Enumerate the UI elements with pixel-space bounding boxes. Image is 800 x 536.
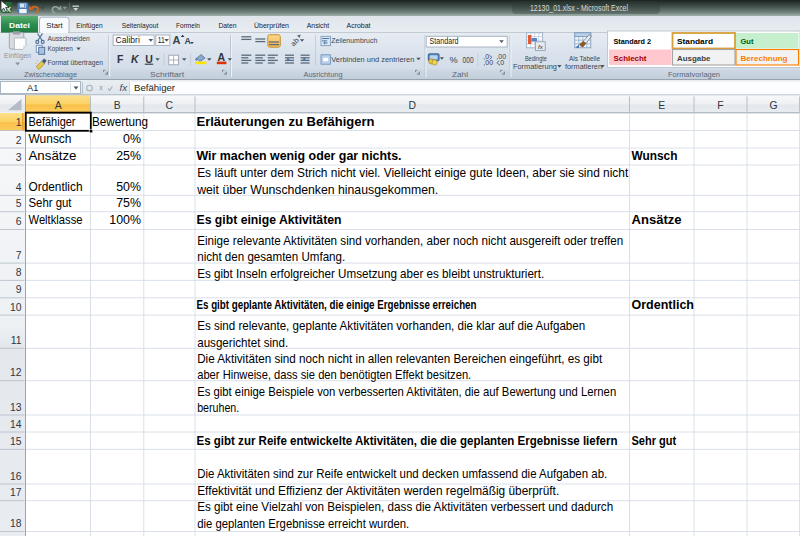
svg-text:50%: 50% — [116, 180, 141, 194]
svg-text:Datei: Datei — [9, 21, 30, 30]
svg-text:Zeilenumbruch: Zeilenumbruch — [331, 36, 377, 45]
svg-text:%: % — [450, 55, 458, 65]
svg-text:Start: Start — [46, 21, 63, 30]
svg-text:5: 5 — [16, 198, 22, 209]
svg-text:Sehr gut: Sehr gut — [29, 196, 73, 210]
svg-text:Es sind relevante, geplante Ak: Es sind relevante, geplante Aktivitäten … — [197, 319, 585, 333]
svg-text:Befähiger: Befähiger — [134, 82, 176, 93]
svg-text:A: A — [55, 100, 62, 111]
svg-text:Die Aktivitäten sind zur Reife: Die Aktivitäten sind zur Reife entwickel… — [197, 467, 607, 481]
svg-text:A: A — [185, 36, 192, 46]
svg-text:E: E — [658, 100, 665, 111]
svg-text:aber Hinweise, dass sie den be: aber Hinweise, dass sie den benötigten E… — [197, 368, 471, 382]
svg-text:14: 14 — [10, 419, 22, 430]
svg-text:Daten: Daten — [219, 21, 237, 30]
svg-text:15: 15 — [10, 436, 22, 447]
svg-text:fx: fx — [120, 82, 129, 93]
svg-text:Erläuterungen zu Befähigern: Erläuterungen zu Befähigern — [197, 115, 375, 129]
svg-text:Calibri: Calibri — [116, 35, 140, 45]
svg-text:Standard: Standard — [677, 37, 713, 46]
svg-text:die geplanten Ergebnisse errei: die geplanten Ergebnisse erreicht wurden… — [197, 517, 409, 531]
svg-text:Es gibt zur Reife entwickelte: Es gibt zur Reife entwickelte Aktivitäte… — [197, 434, 618, 448]
svg-text:Bewertung: Bewertung — [92, 115, 148, 129]
svg-text:Schriftart: Schriftart — [150, 70, 185, 79]
svg-text:1: 1 — [16, 117, 22, 128]
svg-text:formatieren: formatieren — [565, 62, 602, 71]
svg-text:C: C — [166, 100, 174, 111]
svg-text:Effektivität und Effizienz der: Effektivität und Effizienz der Aktivität… — [197, 484, 559, 498]
svg-text:4: 4 — [16, 182, 22, 193]
svg-text:,00: ,00 — [483, 59, 493, 66]
svg-text:6: 6 — [16, 216, 22, 227]
svg-text:,0: ,0 — [498, 59, 504, 66]
svg-text:Ausrichtung: Ausrichtung — [304, 70, 343, 79]
svg-text:Gut: Gut — [741, 37, 754, 46]
svg-text:Formatvorlagen: Formatvorlagen — [668, 70, 720, 79]
svg-text:Es gibt Inseln erfolgreicher U: Es gibt Inseln erfolgreicher Umsetzung a… — [197, 267, 544, 281]
svg-text:100%: 100% — [109, 213, 141, 227]
svg-text:Standard: Standard — [430, 36, 459, 46]
svg-text:25%: 25% — [116, 149, 141, 163]
svg-text:11: 11 — [11, 335, 22, 346]
svg-text:Einfügen: Einfügen — [76, 21, 103, 30]
svg-text:Seitenlayout: Seitenlayout — [122, 21, 159, 30]
svg-text:U: U — [145, 53, 153, 65]
svg-text:Ausgabe: Ausgabe — [677, 54, 711, 63]
svg-text:11: 11 — [158, 35, 165, 45]
svg-text:3: 3 — [16, 152, 22, 163]
svg-text:Ansicht: Ansicht — [307, 21, 330, 30]
svg-text:Überprüfen: Überprüfen — [254, 21, 289, 30]
svg-text:75%: 75% — [116, 196, 141, 210]
svg-text:Acrobat: Acrobat — [347, 21, 372, 30]
svg-text:weit über Wunschdenken hinausg: weit über Wunschdenken hinausgekommen. — [196, 183, 438, 197]
svg-text:Zwischenablage: Zwischenablage — [24, 70, 77, 79]
svg-text:Wunsch: Wunsch — [29, 132, 72, 146]
svg-text:16: 16 — [10, 471, 22, 482]
svg-text:Es gibt einige Aktivitäten: Es gibt einige Aktivitäten — [197, 213, 342, 227]
svg-text:Ansätze: Ansätze — [29, 149, 77, 163]
svg-text:9: 9 — [16, 284, 22, 295]
svg-text:Sehr gut: Sehr gut — [632, 434, 677, 448]
svg-text:000: 000 — [463, 55, 474, 65]
svg-text:Es gibt eine Vielzahl von Beis: Es gibt eine Vielzahl von Beispielen, da… — [197, 500, 613, 514]
svg-text:Wunsch: Wunsch — [632, 149, 678, 163]
svg-text:nicht den gesamten Umfang.: nicht den gesamten Umfang. — [197, 250, 345, 264]
svg-text:Wir machen wenig oder gar nich: Wir machen wenig oder gar nichts. — [197, 149, 402, 163]
svg-text:Kopieren: Kopieren — [47, 44, 73, 53]
svg-text:7: 7 — [16, 250, 22, 261]
svg-text:Es gibt geplante Aktivitäten,: Es gibt geplante Aktivitäten, die einige… — [197, 298, 477, 312]
svg-text:Schlecht: Schlecht — [614, 54, 647, 63]
svg-text:Zahl: Zahl — [452, 70, 468, 79]
svg-text:B: B — [114, 100, 121, 111]
svg-text:Einige relevante Aktivitäten s: Einige relevante Aktivitäten sind vorhan… — [197, 234, 623, 248]
svg-text:Ordentlich: Ordentlich — [29, 180, 83, 194]
svg-text:ausgerichtet sind.: ausgerichtet sind. — [197, 336, 288, 350]
svg-text:Formeln: Formeln — [176, 21, 200, 30]
svg-text:beruhen.: beruhen. — [197, 401, 239, 415]
svg-text:G: G — [769, 100, 777, 111]
svg-text:Ausschneiden: Ausschneiden — [47, 34, 90, 43]
svg-text:18: 18 — [10, 518, 22, 529]
svg-text:A: A — [173, 34, 181, 46]
svg-text:12: 12 — [10, 367, 22, 378]
svg-text:Einfügen: Einfügen — [4, 51, 31, 60]
svg-text:8: 8 — [16, 267, 22, 278]
svg-text:A1: A1 — [27, 83, 38, 93]
svg-text:17: 17 — [10, 487, 22, 498]
svg-text:Format übertragen: Format übertragen — [47, 58, 103, 67]
svg-text:F: F — [117, 53, 124, 65]
svg-text:10: 10 — [10, 302, 22, 313]
svg-text:13: 13 — [10, 402, 22, 413]
svg-text:Die Aktivitäten sind noch nich: Die Aktivitäten sind noch nicht in allen… — [197, 352, 603, 366]
svg-text:Es läuft unter dem Strich nich: Es läuft unter dem Strich nicht viel. Vi… — [197, 166, 629, 180]
svg-text:F: F — [717, 100, 723, 111]
svg-text:Befähiger: Befähiger — [29, 115, 76, 129]
svg-text:Berechnung: Berechnung — [741, 54, 788, 63]
svg-text:Es gibt einige Beispiele von v: Es gibt einige Beispiele von verbesserte… — [197, 385, 616, 399]
svg-text:Standard 2: Standard 2 — [614, 37, 652, 46]
svg-text:2: 2 — [16, 135, 22, 146]
svg-text:A: A — [218, 51, 226, 63]
svg-text:D: D — [408, 100, 416, 111]
svg-text:Ansätze: Ansätze — [632, 213, 682, 227]
svg-text:Formatierung: Formatierung — [513, 62, 557, 71]
